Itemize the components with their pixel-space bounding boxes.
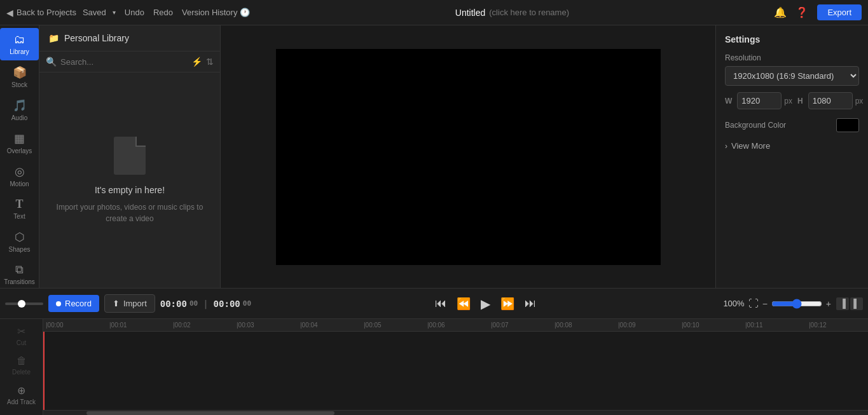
sort-icon[interactable]: ⇅ — [206, 57, 214, 67]
resolution-select[interactable]: 1920x1080 (16:9 Standard) — [725, 66, 859, 86]
zoom-in-icon[interactable]: + — [826, 299, 831, 309]
ruler-mark-0: |00:00 — [46, 322, 109, 329]
ruler-mark-4: |00:04 — [300, 322, 364, 329]
skip-to-start-button[interactable]: ⏮ — [432, 296, 449, 311]
filter-icon[interactable]: ⚡ — [191, 57, 202, 67]
zoom-out-icon[interactable]: − — [762, 299, 768, 309]
width-label: W — [725, 97, 732, 105]
sidebar-item-library-label: Library — [10, 48, 29, 55]
scrubber-track[interactable] — [5, 303, 43, 305]
ruler-mark-7: |00:07 — [491, 322, 555, 329]
view-more-button[interactable]: › View More — [725, 141, 859, 151]
sidebar-item-overlays[interactable]: ▦ Overlays — [0, 126, 39, 160]
timeline-ruler: |00:00 |00:01 |00:02 |00:03 |00:04 — [43, 319, 868, 332]
cut-icon: ✂ — [17, 325, 25, 337]
transitions-icon: ⧉ — [15, 263, 24, 276]
sidebar-item-motion[interactable]: ◎ Motion — [0, 160, 39, 193]
view-toggle: ▐ ▌ — [836, 297, 863, 310]
zoom-value: 100% — [720, 299, 745, 308]
scrubber-thumb — [18, 300, 25, 308]
fullscreen-button[interactable]: ⛶ — [748, 298, 759, 310]
time-display: 00:00 00 | 00:00 00 — [160, 299, 251, 309]
sidebar-item-text[interactable]: T Text — [0, 193, 39, 225]
audio-icon: 🎵 — [13, 99, 27, 112]
notifications-icon[interactable]: 🔔 — [774, 6, 787, 18]
sidebar-item-audio-label: Audio — [11, 114, 28, 121]
import-button[interactable]: ⬆ Import — [104, 294, 155, 313]
tracks-button[interactable]: ☰ Tracks — [0, 411, 43, 415]
import-label: Import — [123, 299, 147, 308]
settings-panel: Settings Resolution 1920x1080 (16:9 Stan… — [715, 25, 868, 288]
sidebar-item-text-label: Text — [13, 213, 25, 220]
dimension-row: W px H px — [725, 92, 859, 109]
view-toggle-list-button[interactable]: ▐ — [836, 297, 849, 310]
playhead — [43, 332, 45, 410]
help-icon[interactable]: ❓ — [796, 6, 808, 18]
sidebar-item-stock[interactable]: 📦 Stock — [0, 60, 39, 93]
scroll-thumb — [86, 411, 334, 415]
back-label: Back to Projects — [17, 8, 76, 17]
ruler-mark-11: |00:11 — [745, 322, 809, 329]
main-area: 🗂 Library 📦 Stock 🎵 Audio ▦ Overlays ◎ M… — [0, 25, 868, 288]
topbar-left: ◀ Back to Projects Saved ▾ Undo Redo Ver… — [6, 6, 250, 18]
timeline-scrollbar[interactable] — [43, 410, 868, 415]
ruler-mark-2: |00:02 — [173, 322, 237, 329]
timeline-content: |00:00 |00:01 |00:02 |00:03 |00:04 — [43, 319, 868, 415]
sidebar-item-audio[interactable]: 🎵 Audio — [0, 93, 39, 126]
ruler-mark-8: |00:08 — [555, 322, 618, 329]
stock-icon: 📦 — [13, 65, 27, 79]
back-arrow-icon: ◀ — [6, 8, 13, 18]
play-button[interactable]: ▶ — [478, 295, 493, 313]
playback-controls: ⏮ ⏪ ▶ ⏩ ⏭ — [432, 295, 539, 313]
ruler-mark-10: |00:10 — [682, 322, 745, 329]
search-input[interactable] — [60, 57, 188, 67]
topbar-right: 🔔 ❓ Export — [774, 4, 862, 20]
skip-to-end-button[interactable]: ⏭ — [522, 296, 539, 311]
shapes-icon: ⬡ — [15, 230, 25, 244]
sidebar-item-transitions[interactable]: ⧉ Transitions — [0, 258, 39, 288]
time-frames-total: 00 — [243, 299, 251, 308]
redo-button[interactable]: Redo — [151, 6, 176, 18]
sidebar-item-shapes[interactable]: ⬡ Shapes — [0, 225, 39, 258]
height-label: H — [797, 97, 803, 105]
view-more-label: View More — [731, 141, 770, 151]
background-color-row: Background Color — [725, 118, 859, 132]
saved-dropdown-icon[interactable]: ▾ — [113, 9, 116, 16]
cut-button[interactable]: ✂ Cut — [0, 322, 43, 350]
empty-file-icon — [114, 137, 146, 175]
back-to-projects-button[interactable]: ◀ Back to Projects — [6, 8, 76, 18]
sidebar-item-library[interactable]: 🗂 Library — [0, 28, 39, 60]
folder-icon: 📁 — [48, 33, 59, 43]
version-history-button[interactable]: Version History 🕐 — [182, 8, 250, 17]
library-panel: 📁 Personal Library 🔍 ⚡ ⇅ It's empty in h… — [39, 25, 221, 288]
library-icon: 🗂 — [14, 33, 25, 46]
left-action-column: ✂ Cut 🗑 Delete ⊕ Add Track ☰ Tracks — [0, 319, 43, 415]
undo-button[interactable]: Undo — [122, 6, 147, 18]
export-button[interactable]: Export — [817, 4, 862, 20]
add-track-button[interactable]: ⊕ Add Track — [0, 381, 43, 409]
height-input[interactable] — [808, 92, 853, 109]
record-button[interactable]: Record — [48, 295, 99, 312]
timeline-scrubber[interactable] — [5, 303, 43, 305]
undo-redo-controls: Undo Redo — [122, 6, 176, 18]
cut-label: Cut — [17, 339, 27, 346]
project-rename-hint[interactable]: (click here to rename) — [489, 8, 569, 17]
time-separator: | — [203, 299, 208, 309]
fast-forward-button[interactable]: ⏩ — [498, 296, 517, 312]
library-header: 📁 Personal Library — [39, 25, 220, 51]
project-title: Untitled — [455, 8, 485, 18]
sidebar-item-overlays-label: Overlays — [7, 147, 32, 154]
video-canvas — [276, 49, 661, 265]
time-frames-current: 00 — [189, 299, 198, 308]
resolution-label: Resolution — [725, 53, 859, 62]
rewind-button[interactable]: ⏪ — [454, 296, 473, 312]
delete-button[interactable]: 🗑 Delete — [0, 351, 43, 379]
ruler-mark-3: |00:03 — [237, 322, 300, 329]
width-input[interactable] — [737, 92, 782, 109]
delete-icon: 🗑 — [17, 355, 27, 367]
settings-title: Settings — [725, 34, 859, 44]
delete-label: Delete — [12, 369, 31, 376]
view-toggle-grid-button[interactable]: ▌ — [850, 297, 863, 310]
zoom-slider[interactable] — [771, 299, 822, 309]
bg-color-swatch[interactable] — [836, 118, 859, 132]
